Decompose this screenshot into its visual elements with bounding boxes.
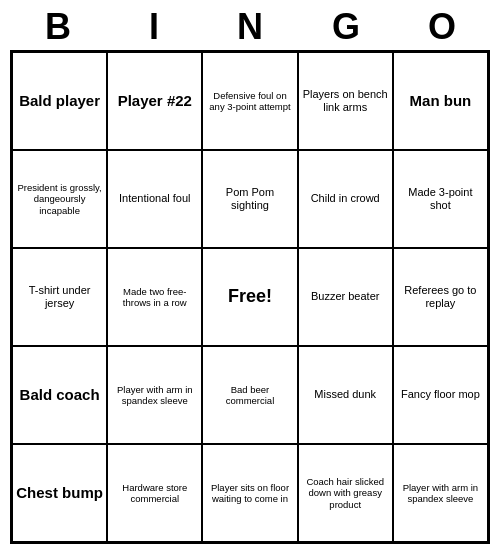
cell-1-3: Child in crowd bbox=[298, 150, 393, 248]
cell-2-1: Made two free-throws in a row bbox=[107, 248, 202, 346]
cell-0-2: Defensive foul on any 3-point attempt bbox=[202, 52, 297, 150]
cell-3-0: Bald coach bbox=[12, 346, 107, 444]
letter-o: O bbox=[398, 6, 486, 48]
cell-0-3: Players on bench link arms bbox=[298, 52, 393, 150]
cell-2-3: Buzzer beater bbox=[298, 248, 393, 346]
cell-2-4: Referees go to replay bbox=[393, 248, 488, 346]
cell-2-0: T-shirt under jersey bbox=[12, 248, 107, 346]
cell-3-3: Missed dunk bbox=[298, 346, 393, 444]
cell-3-2: Bad beer commercial bbox=[202, 346, 297, 444]
cell-0-0: Bald player bbox=[12, 52, 107, 150]
cell-3-1: Player with arm in spandex sleeve bbox=[107, 346, 202, 444]
cell-4-4: Player with arm in spandex sleeve bbox=[393, 444, 488, 542]
cell-4-2: Player sits on floor waiting to come in bbox=[202, 444, 297, 542]
cell-1-2: Pom Pom sighting bbox=[202, 150, 297, 248]
cell-4-0: Chest bump bbox=[12, 444, 107, 542]
cell-4-1: Hardware store commercial bbox=[107, 444, 202, 542]
cell-3-4: Fancy floor mop bbox=[393, 346, 488, 444]
bingo-title: B I N G O bbox=[10, 0, 490, 50]
letter-n: N bbox=[206, 6, 294, 48]
cell-0-1: Player #22 bbox=[107, 52, 202, 150]
bingo-grid: Bald player Player #22 Defensive foul on… bbox=[10, 50, 490, 544]
cell-4-3: Coach hair slicked down with greasy prod… bbox=[298, 444, 393, 542]
letter-i: I bbox=[110, 6, 198, 48]
cell-1-1: Intentional foul bbox=[107, 150, 202, 248]
letter-b: B bbox=[14, 6, 102, 48]
cell-1-4: Made 3-point shot bbox=[393, 150, 488, 248]
letter-g: G bbox=[302, 6, 390, 48]
cell-free: Free! bbox=[202, 248, 297, 346]
cell-0-4: Man bun bbox=[393, 52, 488, 150]
cell-1-0: President is grossly, dangeoursly incapa… bbox=[12, 150, 107, 248]
